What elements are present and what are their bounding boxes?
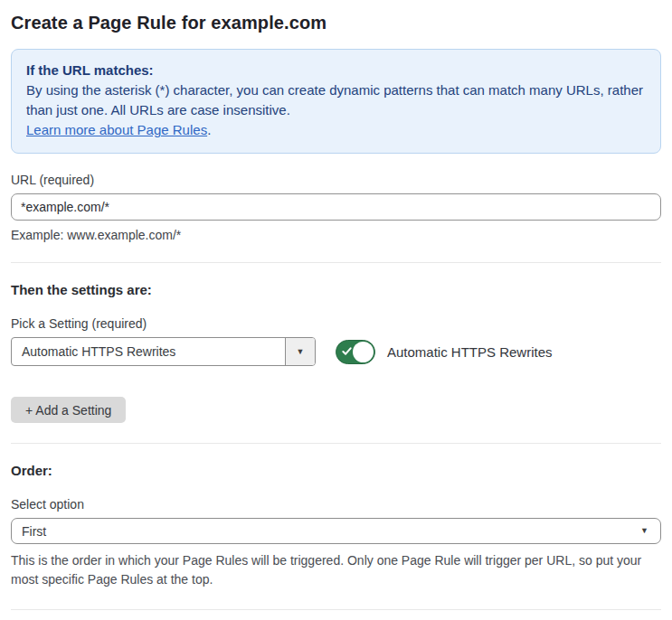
info-box-link-line: Learn more about Page Rules.	[26, 120, 646, 140]
url-match-info-box: If the URL matches: By using the asteris…	[11, 49, 661, 154]
url-helper-text: Example: www.example.com/*	[11, 228, 661, 242]
toggle-label: Automatic HTTPS Rewrites	[387, 344, 553, 360]
chevron-down-icon: ▼	[297, 348, 305, 356]
learn-more-link[interactable]: Learn more about Page Rules	[26, 122, 207, 137]
https-rewrites-toggle[interactable]	[336, 340, 375, 364]
setting-dropdown-value: Automatic HTTPS Rewrites	[12, 338, 285, 365]
setting-dropdown-arrow-button[interactable]: ▼	[285, 338, 315, 365]
order-select[interactable]: First ▼	[11, 518, 661, 544]
settings-section-heading: Then the settings are:	[11, 282, 661, 297]
order-helper-text: This is the order in which your Page Rul…	[11, 551, 661, 589]
link-suffix: .	[207, 122, 211, 137]
url-field-label: URL (required)	[11, 173, 661, 187]
info-box-body-text: By using the asterisk (*) character, you…	[26, 82, 643, 117]
toggle-knob	[353, 342, 374, 362]
setting-row: Automatic HTTPS Rewrites ▼ Automatic HTT…	[11, 337, 661, 366]
check-icon	[342, 346, 352, 356]
divider	[11, 609, 661, 610]
setting-dropdown[interactable]: Automatic HTTPS Rewrites ▼	[11, 337, 316, 366]
url-input[interactable]	[11, 193, 661, 221]
page-rule-form: Create a Page Rule for example.com If th…	[0, 13, 672, 620]
chevron-down-icon: ▼	[640, 527, 648, 535]
order-select-value: First	[22, 524, 46, 539]
info-box-body: By using the asterisk (*) character, you…	[26, 80, 646, 120]
info-box-heading: If the URL matches:	[26, 61, 646, 80]
divider	[11, 262, 661, 263]
pick-setting-label: Pick a Setting (required)	[11, 316, 661, 331]
order-section-heading: Order:	[11, 463, 661, 478]
add-setting-button[interactable]: + Add a Setting	[11, 397, 126, 423]
page-title: Create a Page Rule for example.com	[11, 13, 661, 33]
order-select-label: Select option	[11, 497, 661, 512]
divider	[11, 443, 661, 444]
